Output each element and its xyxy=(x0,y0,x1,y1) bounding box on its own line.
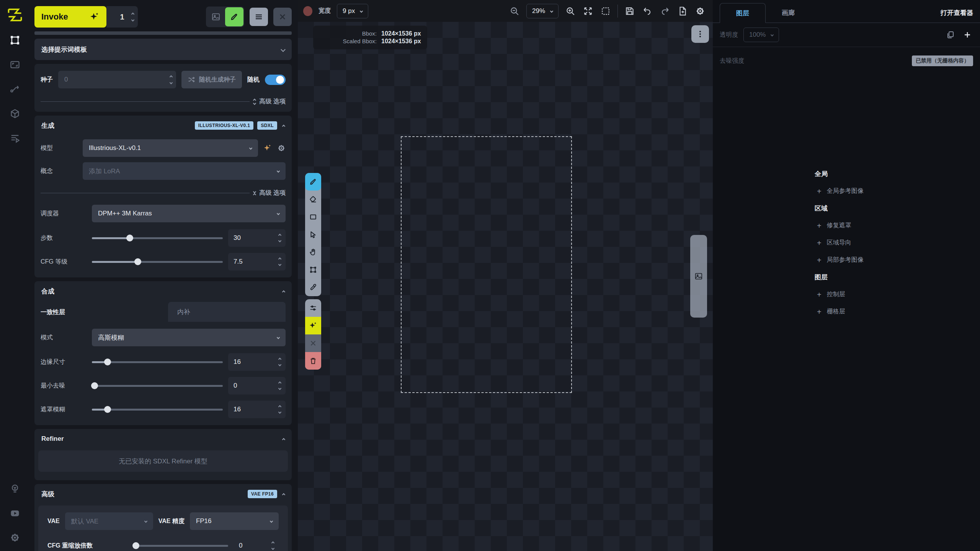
cfg-rescale-input[interactable]: 0 xyxy=(234,537,279,551)
nav-models-icon[interactable] xyxy=(6,105,24,122)
cfg-input[interactable]: 7.5 xyxy=(228,253,286,271)
add-layer-plus-icon[interactable] xyxy=(962,29,973,41)
edge-size-slider[interactable] xyxy=(92,361,223,363)
min-denoise-input[interactable]: 0 xyxy=(228,377,286,395)
canvas-settings-gear-icon[interactable] xyxy=(694,5,706,17)
seed-input[interactable]: 0 xyxy=(58,71,176,88)
add-regional-reference-image[interactable]: + 局部参考图像 xyxy=(815,251,864,269)
fit-to-view-icon[interactable] xyxy=(582,5,594,17)
coherence-mode-select[interactable]: 高斯模糊 xyxy=(92,329,286,346)
add-inpaint-mask[interactable]: + 修复遮罩 xyxy=(815,217,864,234)
menu-button[interactable] xyxy=(250,8,268,26)
redo-icon[interactable] xyxy=(659,5,671,17)
queue-count-input[interactable]: 1 xyxy=(106,6,138,28)
zoom-level-select[interactable]: 29% xyxy=(526,4,559,18)
tool-pan-hand[interactable] xyxy=(305,243,321,261)
collapse-chevron-icon[interactable] xyxy=(283,435,285,442)
chevron-down-icon[interactable] xyxy=(281,46,285,53)
open-viewer-button[interactable]: 打开查看器 xyxy=(941,8,973,23)
plus-icon: + xyxy=(817,239,822,247)
steps-label: 步数 xyxy=(41,234,87,242)
scaled-bbox-label: Scaled Bbox: xyxy=(319,38,377,44)
tab-layers[interactable]: 图层 xyxy=(720,3,766,23)
vae-precision-select[interactable]: FP16 xyxy=(190,512,279,530)
expand-icon xyxy=(253,99,256,104)
nav-queue-icon[interactable] xyxy=(6,129,24,147)
add-control-layer[interactable]: + 控制层 xyxy=(815,286,864,303)
support-lightbulb-icon[interactable] xyxy=(6,480,24,497)
duplicate-layers-icon[interactable] xyxy=(945,29,956,41)
collapse-chevron-icon[interactable] xyxy=(283,122,285,129)
nav-canvas-icon[interactable] xyxy=(6,31,24,49)
seed-label: 种子 xyxy=(41,76,53,84)
add-global-reference-image[interactable]: + 全局参考图像 xyxy=(815,183,864,200)
tool-filter-sliders[interactable] xyxy=(305,299,321,317)
model-settings-gear-icon[interactable] xyxy=(277,144,286,152)
tool-rect[interactable] xyxy=(305,208,321,226)
tool-move[interactable] xyxy=(305,226,321,243)
queue-count-steppers[interactable] xyxy=(132,6,134,28)
random-seed-toggle[interactable] xyxy=(265,75,286,85)
parameters-panel: Invoke 1 xyxy=(30,0,295,551)
staging-panel-handle[interactable] xyxy=(690,235,707,318)
mask-blur-slider[interactable] xyxy=(92,409,223,411)
denoise-strength-label: 去噪强度 xyxy=(720,57,744,65)
generation-advanced-options[interactable]: 高级 选项 xyxy=(260,189,286,197)
cfg-rescale-slider[interactable] xyxy=(133,545,228,547)
add-raster-layer[interactable]: + 栅格层 xyxy=(815,303,864,320)
refiner-empty-text: 无已安装的 SDXL Refiner 模型 xyxy=(119,457,207,466)
randomize-seed-button[interactable]: 随机生成种子 xyxy=(181,71,242,88)
tool-eyedropper[interactable] xyxy=(305,279,321,296)
min-denoise-slider[interactable] xyxy=(92,385,223,387)
model-sparkle-icon[interactable] xyxy=(263,144,272,152)
tab-gallery[interactable]: 画廊 xyxy=(766,3,811,23)
edge-size-input[interactable]: 16 xyxy=(228,353,286,371)
nav-workflows-icon[interactable] xyxy=(6,80,24,98)
lora-select[interactable]: 添加 LoRA xyxy=(83,162,286,180)
model-badge: ILLUSTRIOUS-XL-V0.1 xyxy=(195,121,254,130)
mask-blur-input[interactable]: 16 xyxy=(228,401,286,418)
save-icon[interactable] xyxy=(624,5,635,17)
view-mode-button[interactable] xyxy=(207,7,225,26)
prompt-template-card[interactable]: 选择提示词模板 xyxy=(34,39,292,60)
seed-steppers[interactable] xyxy=(170,71,172,88)
new-canvas-icon[interactable] xyxy=(677,5,688,17)
cancel-button[interactable] xyxy=(273,8,292,26)
brush-mode-button[interactable] xyxy=(225,7,243,26)
vae-select[interactable]: 默认 VAE xyxy=(65,512,153,530)
nav-upscaling-icon[interactable] xyxy=(6,56,24,73)
tool-eraser[interactable] xyxy=(305,191,321,208)
coherence-mode-tab[interactable]: 内补 xyxy=(168,302,286,322)
tool-invoke-sparkle[interactable] xyxy=(305,317,321,334)
generation-bbox[interactable] xyxy=(401,136,572,393)
steps-input[interactable]: 30 xyxy=(228,229,286,247)
zoom-out-icon[interactable] xyxy=(509,5,520,17)
canvas-viewport[interactable]: Bbox: 1024×1536 px Scaled Bbox: 1024×153… xyxy=(298,22,713,551)
coherence-mode-value: 高斯模糊 xyxy=(98,333,124,342)
seed-advanced-options[interactable]: 高级 选项 xyxy=(260,98,286,106)
model-select[interactable]: Illustrious-XL-v0.1 xyxy=(83,139,258,157)
collapse-chevron-icon[interactable] xyxy=(283,288,285,295)
brush-width-select[interactable]: 9 px xyxy=(337,4,368,18)
youtube-icon[interactable] xyxy=(6,504,24,522)
scheduler-select[interactable]: DPM++ 3M Karras xyxy=(92,205,286,222)
canvas-menu-button[interactable] xyxy=(691,25,709,43)
collapse-chevron-icon[interactable] xyxy=(283,491,285,497)
tool-delete-trash[interactable] xyxy=(305,352,321,370)
tool-cancel[interactable] xyxy=(305,334,321,352)
layer-group-header: 区域 xyxy=(815,200,864,217)
zoom-in-icon[interactable] xyxy=(565,5,576,17)
cfg-slider[interactable] xyxy=(92,261,223,263)
undo-icon[interactable] xyxy=(642,5,653,17)
vae-precision-label: VAE 精度 xyxy=(158,517,185,525)
fit-bbox-icon[interactable] xyxy=(600,5,611,17)
settings-gear-icon[interactable] xyxy=(6,529,24,546)
steps-slider[interactable] xyxy=(92,237,223,239)
tool-bbox[interactable] xyxy=(305,261,321,279)
brush-color-swatch[interactable] xyxy=(303,6,312,16)
plus-icon: + xyxy=(817,222,822,230)
tool-brush[interactable] xyxy=(305,173,321,191)
opacity-select[interactable]: 100% xyxy=(743,28,779,42)
invoke-button[interactable]: Invoke xyxy=(34,6,106,28)
add-regional-guidance[interactable]: + 区域导向 xyxy=(815,234,864,251)
